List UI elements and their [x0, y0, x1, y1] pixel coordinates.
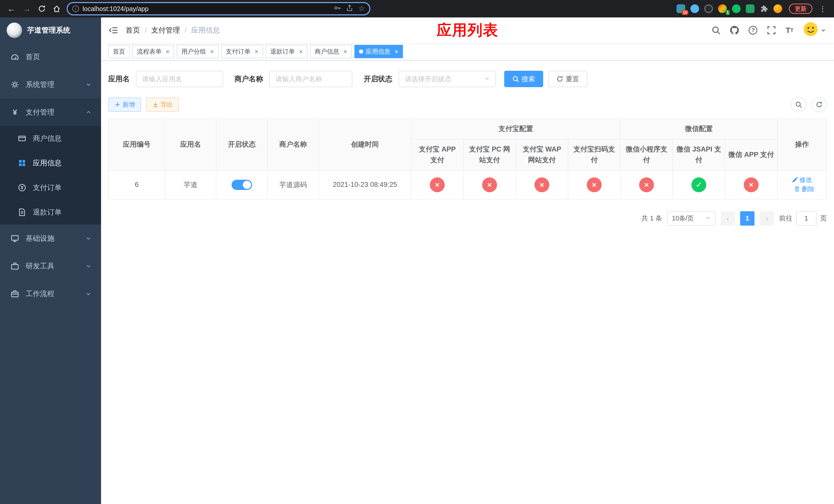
sidebar-item-merchant-info[interactable]: 商户信息	[0, 126, 101, 151]
edit-link[interactable]: 修改	[792, 176, 812, 184]
cell-app-id: 6	[109, 170, 165, 199]
tab-pay-order[interactable]: 支付订单×	[221, 45, 263, 58]
close-icon[interactable]: ×	[394, 48, 398, 55]
browser-back-icon[interactable]: ←	[7, 4, 15, 14]
app-name-label: 应用名	[108, 74, 130, 84]
column-header-wechat-jsapi: 微信 JSAPI 支付	[673, 139, 725, 170]
sidebar-item-label: 首页	[26, 52, 40, 62]
table-row: 6 芋道 芋道源码 2021-10-23 08:49:25 × × × × × …	[109, 170, 827, 199]
help-icon[interactable]: ?	[749, 26, 757, 35]
browser-extensions-area: 10 1 更新 ⋮	[677, 4, 829, 14]
column-header-merchant: 商户名称	[267, 119, 319, 170]
extensions-puzzle-icon[interactable]	[760, 4, 768, 13]
next-page-icon[interactable]: ›	[760, 211, 774, 226]
sidebar-toggle-icon[interactable]	[101, 26, 126, 35]
status-cross-icon: ×	[744, 177, 759, 192]
close-icon[interactable]: ×	[299, 48, 303, 55]
page-number-1[interactable]: 1	[740, 211, 754, 226]
password-key-icon[interactable]	[334, 4, 341, 14]
search-icon[interactable]	[712, 26, 720, 35]
breadcrumb-home[interactable]: 首页	[126, 25, 140, 35]
sidebar-item-label: 系统管理	[26, 80, 54, 90]
document-icon	[17, 208, 27, 216]
browser-reload-icon[interactable]	[38, 5, 46, 13]
font-size-icon[interactable]: TT	[786, 26, 793, 35]
sidebar-item-payment[interactable]: ¥ 支付管理	[0, 98, 101, 126]
refresh-icon[interactable]	[811, 97, 827, 112]
extension-icon-6[interactable]	[746, 4, 754, 13]
sidebar-logo-row[interactable]: 芋道管理系统	[0, 18, 101, 43]
app-logo	[7, 23, 22, 38]
sidebar-payment-submenu: 商户信息 应用信息 支付订单	[0, 126, 101, 225]
goto-page-input[interactable]	[796, 211, 816, 226]
pagination: 共 1 条 10条/页 ‹ 1 › 前往 页	[108, 211, 827, 226]
export-button[interactable]: 导出	[146, 97, 179, 112]
tab-user-group[interactable]: 用户分组×	[177, 45, 219, 58]
column-header-alipay-pc: 支付宝 PC 网站支付	[463, 139, 516, 170]
merchant-name-field	[269, 71, 352, 87]
browser-home-icon[interactable]	[53, 5, 61, 13]
app-name-field	[136, 71, 223, 87]
sidebar-item-pay-order[interactable]: 支付订单	[0, 175, 101, 200]
prev-page-icon[interactable]: ‹	[721, 211, 735, 226]
user-avatar-menu[interactable]	[803, 22, 826, 39]
browser-profile-avatar[interactable]	[773, 4, 782, 13]
site-info-icon[interactable]: i	[72, 5, 79, 12]
extension-icon-3[interactable]	[704, 4, 713, 13]
browser-update-button[interactable]: 更新	[789, 4, 812, 14]
close-icon[interactable]: ×	[255, 48, 258, 55]
sidebar-item-system[interactable]: 系统管理	[0, 71, 101, 98]
address-bar[interactable]: i localhost:1024/pay/app ☆	[67, 2, 370, 15]
browser-forward-icon[interactable]: →	[23, 4, 31, 14]
fullscreen-icon[interactable]	[767, 26, 776, 35]
reset-button[interactable]: 重置	[548, 71, 587, 87]
grid-icon	[17, 159, 27, 167]
bookmark-star-icon[interactable]: ☆	[358, 5, 365, 12]
sidebar-item-app-info[interactable]: 应用信息	[0, 151, 101, 175]
app-name-input[interactable]	[142, 75, 217, 83]
extension-icon-1[interactable]: 10	[677, 4, 685, 13]
github-icon[interactable]	[730, 26, 739, 35]
browser-menu-icon[interactable]: ⋮	[818, 5, 828, 13]
tab-process-form[interactable]: 流程表单×	[132, 45, 174, 58]
extension-icon-4[interactable]: 1	[718, 4, 727, 13]
add-button[interactable]: 新增	[108, 97, 141, 112]
share-icon[interactable]	[346, 4, 353, 14]
extension-icon-2[interactable]	[690, 4, 699, 13]
close-icon[interactable]: ×	[166, 48, 170, 55]
sidebar-item-home[interactable]: 首页	[0, 43, 101, 71]
close-icon[interactable]: ×	[344, 48, 347, 55]
close-icon[interactable]: ×	[210, 48, 214, 55]
merchant-name-input[interactable]	[276, 75, 346, 83]
url-text[interactable]: localhost:1024/pay/app	[83, 5, 330, 13]
column-header-app-id: 应用编号	[109, 119, 165, 170]
breadcrumb-current: 应用信息	[191, 25, 220, 35]
sidebar-item-infra[interactable]: 基础设施	[0, 225, 101, 252]
avatar	[803, 22, 818, 39]
chevron-down-icon	[86, 82, 91, 87]
tab-merchant-info[interactable]: 商户信息×	[310, 45, 352, 58]
extension-icon-5[interactable]	[732, 4, 741, 13]
sidebar-item-workflow[interactable]: 工作流程	[0, 280, 101, 307]
cell-wechat-jsapi: ✓	[673, 170, 725, 199]
tab-app-info[interactable]: 应用信息×	[354, 45, 403, 58]
tab-refund-order[interactable]: 退款订单×	[266, 45, 307, 58]
breadcrumb-payment[interactable]: 支付管理	[151, 25, 180, 35]
sidebar-item-dev-tools[interactable]: 研发工具	[0, 252, 101, 280]
browser-toolbar: ← → i localhost:1024/pay/app ☆	[0, 0, 834, 18]
sidebar-item-refund-order[interactable]: 退款订单	[0, 200, 101, 225]
tab-home[interactable]: 首页	[108, 45, 130, 58]
page-content: 应用名 商户名称 开启状态 请选择开启状态 搜索	[101, 61, 834, 504]
search-button[interactable]: 搜索	[504, 71, 543, 87]
pay-order-icon	[17, 184, 27, 192]
delete-link[interactable]: 删除	[794, 185, 814, 193]
goto-unit: 页	[820, 214, 827, 223]
status-select[interactable]: 请选择开启状态	[398, 71, 496, 87]
page-size-select[interactable]: 10条/页	[667, 211, 716, 226]
column-header-status: 开启状态	[216, 119, 267, 170]
table-toolbar: 新增 导出	[108, 97, 827, 112]
omnibox-actions: ☆	[334, 4, 365, 14]
yen-icon: ¥	[10, 108, 20, 117]
toggle-search-icon[interactable]	[791, 97, 806, 112]
status-toggle[interactable]	[232, 180, 252, 190]
